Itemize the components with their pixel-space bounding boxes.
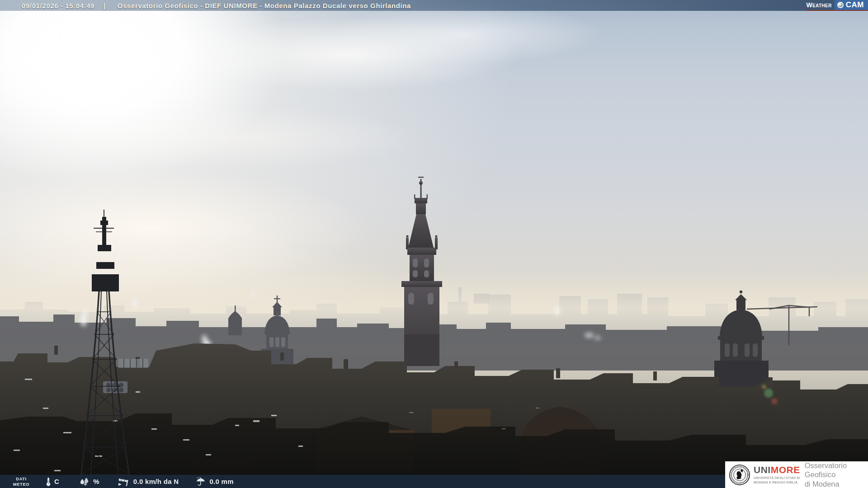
unimore-seal-icon (729, 465, 750, 485)
thermometer-icon (45, 477, 52, 487)
osd-top-bar: 09/01/2026 - 15:04:49 | Osservatorio Geo… (0, 0, 868, 11)
observatory-line-1: Osservatorio Geofisico (805, 461, 868, 479)
umbrella-icon (196, 477, 206, 487)
unimore-more: MORE (771, 465, 800, 475)
webcam-title: Osservatorio Geofisico - DIEF UNIMORE - … (118, 2, 411, 9)
temperature-unit: C (54, 478, 59, 485)
rain-value: 0.0 mm (209, 478, 234, 485)
separator: | (104, 2, 106, 9)
windsock-icon (118, 477, 129, 487)
city-skyline-illustration (0, 0, 868, 488)
university-subtitle-2: MODENA E REGGIO EMILIA (754, 480, 800, 484)
webcam-frame: 09/01/2026 - 15:04:49 | Osservatorio Geo… (0, 0, 868, 488)
humidity-drops-icon (79, 477, 90, 486)
unimore-wordmark: UNIMORE UNIVERSITÀ DEGLI STUDI DI MODENA… (754, 465, 800, 484)
observatory-name: Osservatorio Geofisico di Modena (805, 461, 868, 488)
weathercam-word: Weather (806, 0, 834, 10)
university-subtitle-1: UNIVERSITÀ DEGLI STUDI DI (754, 476, 800, 480)
observatory-line-2: di Modena (805, 479, 868, 488)
slatted-roof-structure (118, 359, 148, 368)
weathercam-logo: Weather CAM (806, 0, 868, 11)
weathercam-cam-box: CAM (835, 0, 868, 10)
dati-meteo-label: DATI METEO (8, 476, 34, 487)
weathercam-cam-text: CAM (846, 0, 864, 9)
datetime-text: 09/01/2026 - 15:04:49 (22, 2, 94, 9)
wind-value: 0.0 km/h da N (133, 478, 179, 485)
unimore-brand-box: UNIMORE UNIVERSITÀ DEGLI STUDI DI MODENA… (725, 461, 868, 488)
camera-lens-icon (837, 2, 844, 8)
unimore-uni: UNI (754, 465, 771, 475)
humidity-unit: % (93, 478, 99, 485)
rooftop-ac-unit (103, 381, 127, 393)
